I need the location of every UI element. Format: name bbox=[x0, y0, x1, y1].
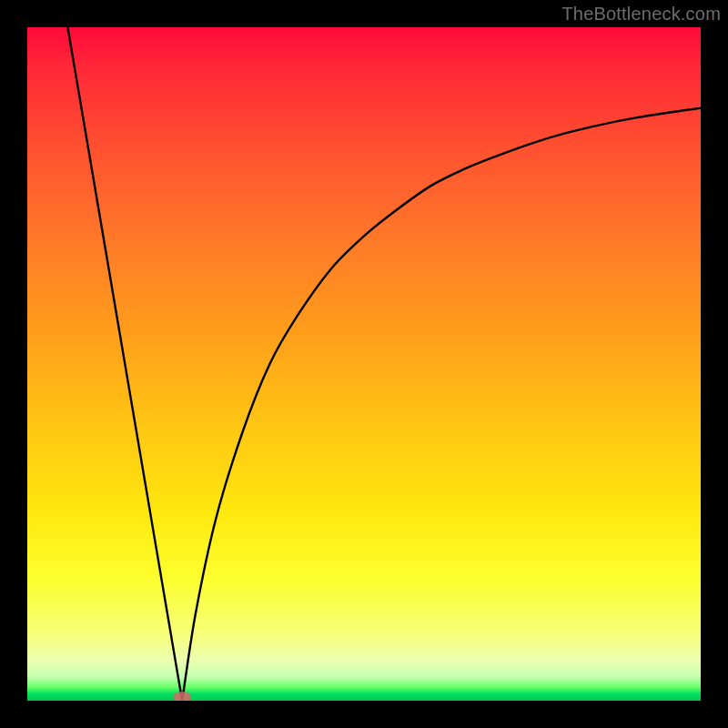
min-marker bbox=[173, 692, 191, 701]
watermark-text: TheBottleneck.com bbox=[561, 4, 721, 25]
bottleneck-curve bbox=[67, 27, 701, 701]
chart-frame: TheBottleneck.com bbox=[0, 0, 728, 728]
curve-svg bbox=[27, 27, 701, 701]
plot-area bbox=[27, 27, 701, 701]
